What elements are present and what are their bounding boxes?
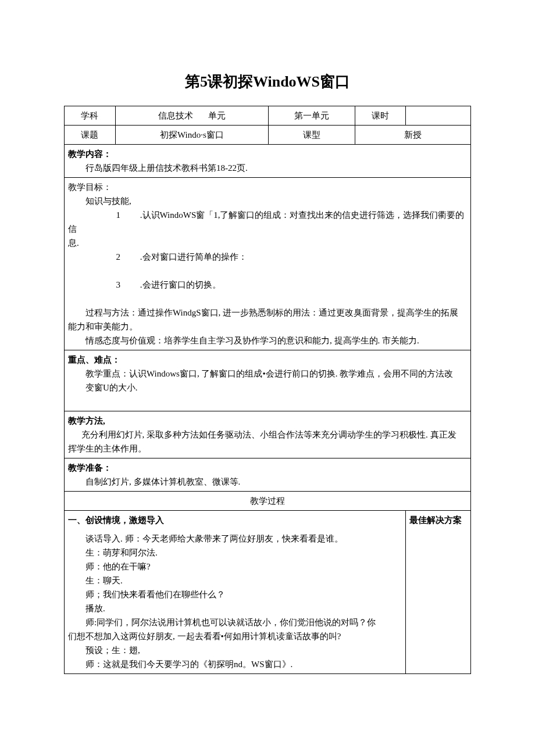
methods-line1: 充分利用幻灯片, 采取多种方法如任务驱动法、小组合作法等来充分调动学生的学习积极… bbox=[68, 428, 467, 442]
goals-label: 教学目标： bbox=[68, 182, 112, 192]
goals-item1-cont: 息. bbox=[68, 238, 79, 248]
scene-line-4: 师；我们快来看看他们在聊些什么？ bbox=[68, 587, 402, 601]
methods-line2: 挥学生的主体作用。 bbox=[68, 444, 147, 453]
label-unit: 单元 bbox=[208, 111, 226, 120]
prep-body: 自制幻灯片, 多媒体计算机教室、微课等. bbox=[68, 475, 467, 489]
goals-item3: 3 .会进行窗口的切换。 bbox=[68, 278, 467, 292]
value-topic: 初探Windo·s窗口 bbox=[115, 125, 268, 144]
subject-text: 信息技术 bbox=[158, 111, 193, 120]
scene-line-1: 生：萌芽和阿尔法. bbox=[68, 546, 402, 560]
goals-item2-num: 2 bbox=[85, 250, 120, 264]
page-title: 第5课初探WindoWS窗口 bbox=[64, 70, 471, 94]
goals-item2-text: .会对窗口进行简单的操作： bbox=[140, 252, 247, 261]
header-row-2: 课题 初探Windo·s窗口 课型 新授 bbox=[65, 125, 471, 144]
scene-line-6: 师:同学们，阿尔法说用计算机也可以诀就话故小，你们觉汨他说的对吗？你 bbox=[68, 615, 402, 629]
solution-cell: 最佳解决方案 bbox=[406, 510, 471, 673]
goals-item2: 2 .会对窗口进行简单的操作： bbox=[68, 250, 467, 264]
goals-process-cont: 能力和审美能力。 bbox=[68, 322, 138, 331]
row-prep: 教学准备： 自制幻灯片, 多媒体计算机教室、微课等. bbox=[65, 458, 471, 491]
value-period bbox=[406, 106, 471, 125]
goals-emotion: 情感态度与价值观：培养学生自主学习及协作学习的意识和能力, 提高学生的. 市关能… bbox=[68, 334, 467, 347]
scene-line-0: 谈话导入. 师：今天老师给大彖带来了两位好朋友，快来看看是谁。 bbox=[68, 532, 402, 546]
header-row-1: 学科 信息技术 单元 第一单元 课时 bbox=[65, 106, 471, 125]
content-body: 行岛版四年级上册信技术教科书第18-22页. bbox=[68, 161, 467, 175]
scene-line-2: 师：他的在干嘛? bbox=[68, 560, 402, 574]
row-process-header: 教学过程 bbox=[65, 491, 471, 510]
goals-item1-num: 1 bbox=[85, 208, 120, 222]
row-goals: 教学目标： 知识与技能, 1 .认识WindoWS窗「1,了解窗口的组成：对查找… bbox=[65, 177, 471, 350]
solution-label: 最佳解决方案 bbox=[409, 515, 462, 525]
scene-line-7: 们想不想加入这两位好朋友, 一起去看看•何如用计算机读童话故事的叫? bbox=[68, 632, 341, 641]
prep-label: 教学准备： bbox=[68, 463, 112, 472]
label-subject: 学科 bbox=[65, 106, 116, 125]
row-content: 教学内容： 行岛版四年级上册信技术教科书第18-22页. bbox=[65, 144, 471, 177]
label-topic: 课题 bbox=[65, 125, 116, 144]
row-methods: 教学方法, 充分利用幻灯片, 采取多种方法如任务驱动法、小组合作法等来充分调动学… bbox=[65, 411, 471, 458]
goals-knowledge: 知识与技能, bbox=[68, 194, 467, 208]
goals-item3-text: .会进行窗口的切换。 bbox=[140, 280, 221, 289]
scene-line-8: 预设；生：翅, bbox=[68, 643, 402, 657]
content-label: 教学内容： bbox=[68, 149, 112, 159]
goals-process: 过程与方法：通过操作WindgS窗口, 进一步熟悉制标的用法：通过更改臭面背景，… bbox=[68, 306, 467, 320]
lesson-table: 学科 信息技术 单元 第一单元 课时 课题 初探Windo·s窗口 课型 新授 … bbox=[64, 106, 471, 674]
label-period: 课时 bbox=[355, 106, 406, 125]
label-type: 课型 bbox=[269, 125, 355, 144]
keypoints-line1: 教学重点：认识Windows窗口, 了解窗口的组成•会进行前口的切换. 教学难点… bbox=[68, 367, 467, 381]
methods-label: 教学方法, bbox=[68, 416, 105, 425]
row-keypoints: 重点、难点： 教学重点：认识Windows窗口, 了解窗口的组成•会进行前口的切… bbox=[65, 350, 471, 411]
process-header: 教学过程 bbox=[65, 491, 471, 510]
value-unit: 第一单元 bbox=[269, 106, 355, 125]
value-subject: 信息技术 单元 bbox=[115, 106, 268, 125]
row-scene-header: 一、创设情境，激翅导入 最佳解决方案 bbox=[65, 510, 471, 529]
scene-line-5: 播放. bbox=[68, 601, 402, 615]
goals-item1-text: .认识WindoWS窗「1,了解窗口的组成：对查找出来的信史进行筛选，选择我们衢… bbox=[68, 210, 464, 234]
scene-line-3: 生：聊天. bbox=[68, 574, 402, 587]
goals-item3-num: 3 bbox=[85, 278, 120, 292]
scene-line-9: 师：这就是我们今天要学习的《初探明nd。WS窗口》. bbox=[68, 657, 402, 671]
keypoints-label: 重点、难点： bbox=[68, 355, 120, 364]
goals-item1: 1 .认识WindoWS窗「1,了解窗口的组成：对查找出来的信史进行筛选，选择我… bbox=[68, 208, 467, 236]
value-type: 新授 bbox=[355, 125, 470, 144]
keypoints-line2: 变窗U的大小. bbox=[68, 381, 467, 395]
scene-label: 一、创设情境，激翅导入 bbox=[68, 515, 164, 525]
